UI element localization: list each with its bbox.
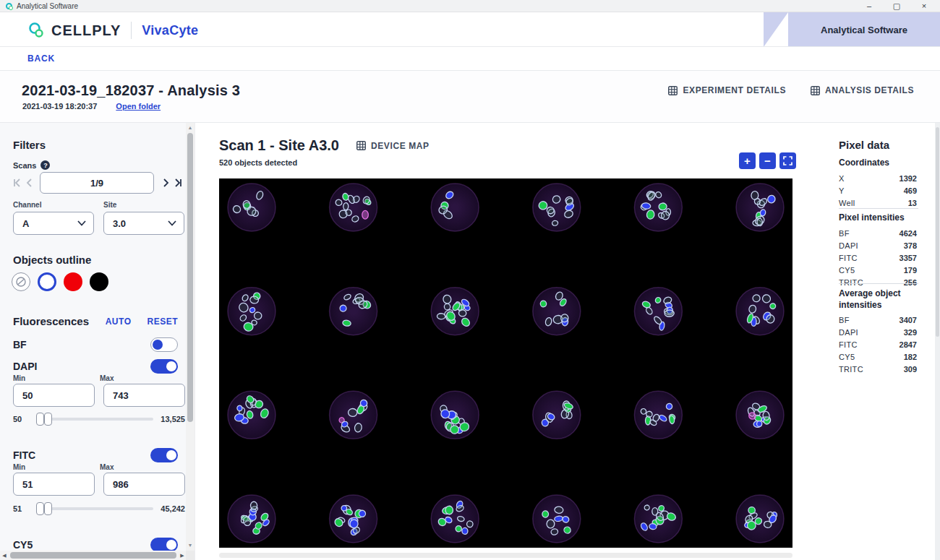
- dapi-min-input[interactable]: [13, 384, 95, 407]
- sidebar-vertical-scrollbar[interactable]: ▲ ▼: [186, 123, 195, 560]
- scroll-up-icon[interactable]: ▲: [186, 124, 195, 132]
- dapi-slider-handle-max[interactable]: [44, 413, 52, 426]
- fullscreen-button[interactable]: [779, 152, 796, 169]
- sidebar-hscroll-thumb[interactable]: [10, 552, 176, 559]
- fluorescences-title: Fluorescences: [13, 315, 90, 327]
- first-page-button[interactable]: [12, 174, 24, 191]
- analysis-details-label: ANALYSIS DETAILS: [825, 85, 914, 95]
- divider: [839, 208, 918, 209]
- dapi-range-min: 50: [13, 415, 30, 423]
- fitc-slider-handle-min[interactable]: [36, 502, 44, 515]
- grid-icon: [356, 141, 366, 150]
- intensity-row: DAPI378: [839, 241, 917, 250]
- back-bar: BACK: [0, 47, 940, 71]
- auto-button[interactable]: AUTO: [106, 316, 132, 327]
- window-title: Analytical Software: [17, 2, 78, 10]
- app-logo-icon: [6, 3, 12, 9]
- open-folder-link[interactable]: Open folder: [116, 102, 161, 111]
- intensity-row: BF4624: [839, 229, 917, 238]
- divider: [839, 283, 918, 284]
- scroll-left-icon[interactable]: ◀: [0, 553, 9, 559]
- scrollbar-corner: [186, 551, 195, 560]
- bf-toggle[interactable]: [150, 337, 178, 352]
- reset-button[interactable]: RESET: [147, 316, 178, 327]
- outline-black-option[interactable]: [90, 272, 108, 291]
- maximize-icon[interactable]: ▢: [892, 1, 901, 12]
- outline-blue-option[interactable]: [38, 272, 56, 291]
- zoom-in-button[interactable]: +: [739, 152, 756, 169]
- objects-detected-count: 520 objects detected: [219, 158, 297, 167]
- dapi-min-label: Min: [13, 374, 91, 382]
- prev-page-button[interactable]: [24, 174, 36, 191]
- avg-intensity-row: TRITC309: [839, 365, 917, 374]
- channel-dapi-label: DAPI: [13, 361, 150, 372]
- outline-none-option[interactable]: [12, 272, 30, 291]
- scan-view-panel: Scan 1 - Site A3.0 DEVICE MAP 520 object…: [195, 123, 817, 560]
- scan-pager: [12, 171, 184, 195]
- outline-red-option[interactable]: [64, 272, 82, 291]
- cy5-toggle[interactable]: [150, 538, 178, 552]
- scan-page-input[interactable]: [40, 172, 154, 194]
- next-page-button[interactable]: [160, 174, 172, 191]
- avg-intensity-row: BF3407: [839, 316, 917, 324]
- scan-horizontal-scrollbar[interactable]: [219, 553, 792, 558]
- fitc-min-input[interactable]: [13, 473, 95, 496]
- pixel-intensities-heading: Pixel intensities: [839, 212, 917, 224]
- page-vscroll-thumb[interactable]: [936, 127, 939, 337]
- site-select[interactable]: 3.0: [103, 212, 184, 235]
- analysis-timestamp: 2021-03-19 18:20:37: [22, 102, 97, 111]
- pixel-data-panel: Pixel data Coordinates X1392 Y469 Well13…: [817, 123, 934, 560]
- experiment-details-label: EXPERIMENT DETAILS: [683, 85, 786, 95]
- average-intensities-heading: Average object intensities: [839, 288, 917, 311]
- dapi-max-input[interactable]: [103, 384, 185, 407]
- avg-intensity-row: DAPI329: [839, 328, 917, 337]
- device-map-button[interactable]: DEVICE MAP: [356, 141, 430, 151]
- close-icon[interactable]: ×: [920, 1, 928, 12]
- dapi-slider-handle-min[interactable]: [36, 413, 44, 426]
- sidebar-vscroll-thumb[interactable]: [187, 133, 193, 422]
- product-name: VivaCyte: [142, 23, 198, 38]
- scroll-down-icon[interactable]: ▼: [186, 541, 195, 550]
- channel-select[interactable]: A: [13, 212, 94, 235]
- intensity-row: FITC3357: [839, 254, 917, 262]
- header-ribbon: Analytical Software: [788, 12, 940, 47]
- channel-fitc-label: FITC: [13, 449, 150, 461]
- fitc-toggle[interactable]: [150, 448, 178, 462]
- grid-icon: [668, 86, 678, 95]
- site-value: 3.0: [113, 218, 168, 229]
- chevron-down-icon: [77, 220, 86, 226]
- chevron-down-icon: [168, 220, 176, 226]
- help-icon[interactable]: ?: [40, 160, 50, 170]
- experiment-details-button[interactable]: EXPERIMENT DETAILS: [668, 85, 786, 95]
- dapi-slider[interactable]: [36, 418, 153, 421]
- coordinate-row: Y469: [839, 186, 917, 195]
- fitc-max-input[interactable]: [103, 473, 185, 496]
- channel-cy5-label: CY5: [13, 539, 150, 551]
- objects-outline-title: Objects outline: [13, 254, 91, 266]
- coordinate-row: X1392: [839, 174, 917, 183]
- fitc-range-min: 51: [13, 504, 30, 513]
- page-head: 2021-03-19_182037 - Analysis 3 2021-03-1…: [0, 71, 940, 123]
- sidebar-horizontal-scrollbar[interactable]: ◀ ▶: [0, 551, 187, 560]
- last-page-button[interactable]: [172, 174, 184, 191]
- fitc-slider-handle-max[interactable]: [44, 502, 52, 515]
- scans-label: Scans: [13, 161, 36, 170]
- expand-icon: [783, 156, 792, 165]
- avg-intensity-row: FITC2847: [839, 340, 917, 349]
- avg-intensity-row: CY5182: [839, 353, 917, 361]
- dapi-toggle[interactable]: [150, 359, 178, 374]
- page-vertical-scrollbar[interactable]: [935, 123, 940, 560]
- back-button[interactable]: BACK: [27, 53, 55, 64]
- fitc-slider[interactable]: [36, 507, 153, 510]
- minimize-icon[interactable]: –: [865, 1, 873, 12]
- fitc-min-label: Min: [13, 463, 91, 471]
- coordinate-row: Well13: [839, 199, 917, 207]
- zoom-out-button[interactable]: −: [759, 152, 776, 169]
- brand-divider: [131, 22, 132, 39]
- cellply-logo-icon: [27, 21, 46, 40]
- scan-image-canvas[interactable]: [219, 178, 792, 548]
- dapi-max-label: Max: [100, 374, 178, 382]
- analysis-details-button[interactable]: ANALYSIS DETAILS: [811, 85, 914, 95]
- channel-value: A: [22, 218, 77, 229]
- channel-label: Channel: [13, 201, 94, 209]
